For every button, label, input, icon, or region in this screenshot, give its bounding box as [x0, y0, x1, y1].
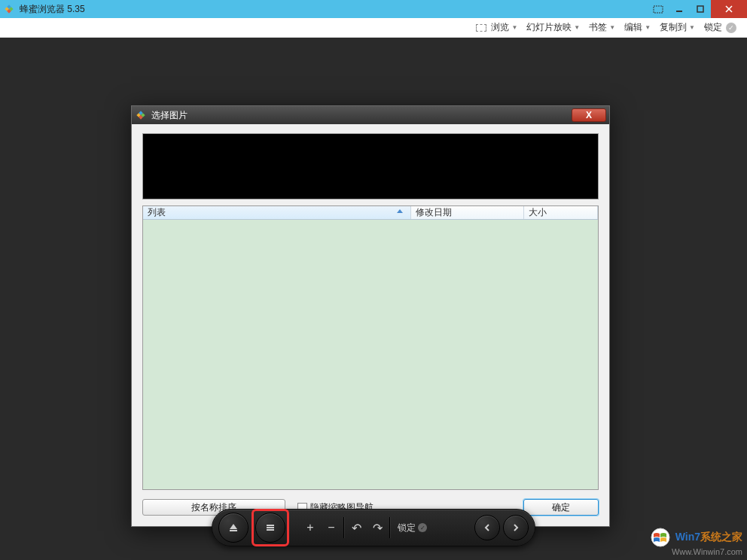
rotate-right-button[interactable]: ↷ — [368, 521, 386, 535]
chevron-down-icon: ▼ — [511, 24, 517, 31]
dialog-close-button[interactable]: X — [572, 108, 606, 122]
minimize-button[interactable] — [669, 1, 690, 17]
watermark-line1a: Win7 — [675, 531, 700, 543]
toolbar-divider — [343, 517, 344, 538]
prev-button[interactable] — [474, 515, 500, 540]
list-menu-button[interactable] — [255, 513, 285, 543]
menu-bookmark[interactable]: 书签 ▼ — [584, 18, 620, 37]
menu-lock-label: 锁定 — [704, 21, 722, 34]
menu-slideshow[interactable]: 幻灯片放映 ▼ — [522, 18, 584, 37]
ok-button[interactable]: 确定 — [523, 499, 599, 516]
chevron-down-icon: ▼ — [574, 24, 580, 31]
top-menubar: 浏览 ▼ 幻灯片放映 ▼ 书签 ▼ 编辑 ▼ 复制到 ▼ 锁定 ✓ — [0, 18, 747, 38]
eject-button[interactable] — [218, 513, 248, 543]
svg-rect-16 — [267, 527, 274, 528]
menu-browse-label: 浏览 — [491, 21, 509, 34]
svg-rect-6 — [697, 6, 703, 12]
column-header-size[interactable]: 大小 — [524, 206, 598, 219]
chevron-down-icon: ▼ — [689, 24, 695, 31]
menu-edit[interactable]: 编辑 ▼ — [620, 18, 655, 37]
rotate-left-button[interactable]: ↶ — [347, 521, 365, 535]
column-header-size-label: 大小 — [529, 206, 547, 219]
menu-lock[interactable]: 锁定 ✓ — [700, 18, 741, 37]
svg-rect-14 — [230, 530, 237, 531]
watermark-line1b: 系统之家 — [700, 531, 742, 543]
svg-rect-17 — [267, 529, 274, 531]
toolbar-lock-toggle[interactable]: 锁定 ✓ — [393, 522, 431, 534]
menu-edit-label: 编辑 — [624, 21, 642, 34]
check-circle-icon: ✓ — [418, 523, 427, 532]
window-titlebar: 蜂蜜浏览器 5.35 — [0, 0, 747, 18]
maximize-button[interactable] — [690, 1, 711, 17]
menu-copyto-label: 复制到 — [660, 21, 687, 34]
menu-copyto[interactable]: 复制到 ▼ — [655, 18, 700, 37]
zoom-out-button[interactable]: − — [322, 521, 340, 534]
file-list-body[interactable] — [143, 220, 598, 489]
menu-browse[interactable]: 浏览 ▼ — [471, 18, 522, 37]
close-button[interactable] — [711, 0, 747, 18]
svg-rect-15 — [267, 525, 274, 526]
column-header-mdate-label: 修改日期 — [416, 206, 452, 219]
annotation-highlight — [252, 509, 289, 546]
browse-rect-icon — [476, 24, 486, 32]
svg-rect-4 — [654, 6, 663, 13]
next-button[interactable] — [503, 515, 529, 540]
dialog-title: 选择图片 — [151, 109, 188, 122]
column-header-row: 列表 修改日期 大小 — [143, 206, 598, 220]
watermark-line2: Www.Winwin7.com — [651, 547, 742, 557]
chevron-down-icon: ▼ — [609, 24, 615, 31]
app-logo-icon — [3, 3, 15, 15]
sort-asc-icon — [397, 209, 403, 213]
select-image-dialog: 选择图片 X 列表 修改日期 大小 — [131, 105, 610, 527]
file-list: 列表 修改日期 大小 — [142, 205, 599, 490]
column-header-list[interactable]: 列表 — [143, 206, 411, 219]
dialog-logo-icon — [135, 109, 147, 121]
toolbar-lock-label: 锁定 — [398, 522, 416, 534]
restore-size-icon[interactable] — [648, 1, 669, 17]
dialog-body: 列表 修改日期 大小 按名称排序 隐 — [132, 124, 609, 526]
bottom-toolbar: + − ↶ ↷ 锁定 ✓ — [212, 509, 535, 546]
thumbnail-nav-strip[interactable] — [142, 133, 599, 199]
toolbar-divider — [389, 517, 390, 538]
column-header-modified-date[interactable]: 修改日期 — [411, 206, 524, 219]
viewer-area: 选择图片 X 列表 修改日期 大小 — [0, 38, 747, 560]
ok-button-label: 确定 — [552, 501, 570, 514]
watermark: Win7系统之家 Www.Winwin7.com — [651, 528, 742, 557]
window-title: 蜂蜜浏览器 5.35 — [20, 3, 85, 16]
windows-logo-icon — [651, 528, 670, 547]
column-header-list-label: 列表 — [148, 206, 166, 219]
menu-slideshow-label: 幻灯片放映 — [526, 21, 572, 34]
check-circle-icon: ✓ — [726, 23, 736, 33]
chevron-down-icon: ▼ — [645, 24, 651, 31]
dialog-titlebar: 选择图片 X — [132, 106, 609, 124]
zoom-in-button[interactable]: + — [301, 521, 319, 534]
menu-bookmark-label: 书签 — [589, 21, 607, 34]
svg-marker-13 — [230, 524, 237, 529]
